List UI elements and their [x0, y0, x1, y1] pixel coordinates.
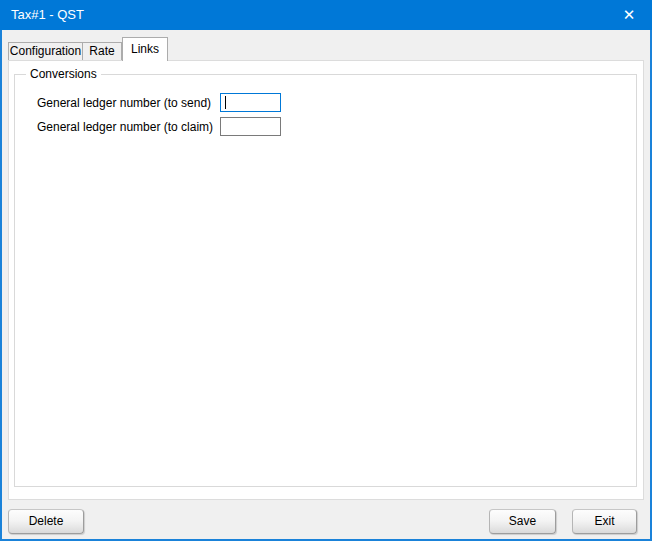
- tab-configuration[interactable]: Configuration: [8, 42, 83, 60]
- tab-links[interactable]: Links: [122, 37, 168, 61]
- save-button[interactable]: Save: [489, 509, 556, 534]
- ledger-send-label: General ledger number (to send): [37, 96, 211, 111]
- tab-rate[interactable]: Rate: [82, 42, 122, 60]
- ledger-claim-label: General ledger number (to claim): [37, 120, 213, 135]
- title-bar[interactable]: Tax#1 - QST ✕: [0, 0, 652, 30]
- exit-button[interactable]: Exit: [572, 509, 637, 534]
- window-title: Tax#1 - QST: [11, 0, 84, 30]
- dialog-window: Tax#1 - QST ✕ Configuration Rate Links C…: [0, 0, 652, 541]
- close-icon[interactable]: ✕: [606, 0, 652, 30]
- groupbox-title: Conversions: [26, 67, 101, 82]
- delete-button[interactable]: Delete: [8, 509, 84, 534]
- ledger-send-input[interactable]: [220, 93, 281, 112]
- conversions-groupbox: Conversions General ledger number (to se…: [14, 74, 637, 487]
- tab-page-links: Conversions General ledger number (to se…: [8, 60, 644, 500]
- ledger-claim-input[interactable]: [220, 117, 281, 136]
